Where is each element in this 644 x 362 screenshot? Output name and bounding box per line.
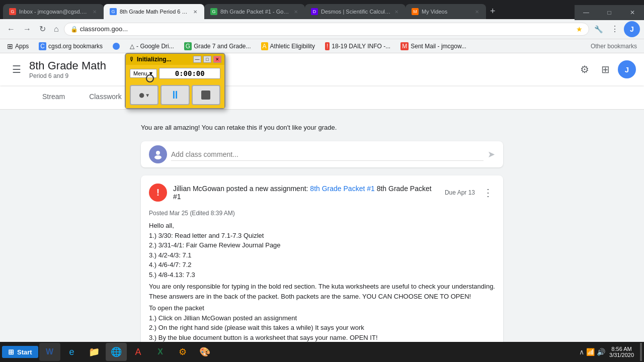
post-line-6: You are only responsible for typing in t… xyxy=(149,282,495,301)
network-icon[interactable]: 📶 xyxy=(586,348,595,356)
tab-gmail[interactable]: G Inbox - jmcgowan@cgsd.org - ✕ xyxy=(3,4,104,19)
bookmark-apps[interactable]: ⊞ Apps xyxy=(4,41,32,51)
cgsd-bm-label: cgsd.org bookmarks xyxy=(48,43,103,50)
taskbar-excel[interactable]: X xyxy=(150,343,171,361)
apps-bm-label: Apps xyxy=(15,43,29,50)
gmail-favicon: G xyxy=(9,8,16,15)
tab-desmos-title: Desmos | Scientific Calculator xyxy=(321,9,390,15)
bookmark-drive[interactable]: △ - Google Dri... xyxy=(127,42,177,51)
gc-class-title: 8th Grade Math xyxy=(29,59,106,72)
taskbar-tool2[interactable]: 🎨 xyxy=(194,343,215,361)
system-clock[interactable]: 8:56 AM 3/31/2020 xyxy=(609,346,634,358)
gc-nav: Stream Classwork People Grades xyxy=(0,85,644,110)
init-buttons-row: ● ▼ ⏸ xyxy=(126,82,224,108)
windows-logo-icon: ⊞ xyxy=(8,348,14,356)
tab-stream[interactable]: Stream xyxy=(30,85,77,109)
init-menu-dropdown[interactable]: Menu ▼ xyxy=(130,69,157,78)
gc-hamburger-button[interactable]: ☰ xyxy=(8,59,25,79)
stream-container: You are all amazing! You can retake this… xyxy=(141,122,503,362)
grade7-bm-label: Grade 7 and Grade... xyxy=(194,43,251,50)
home-button[interactable]: ⌂ xyxy=(51,22,62,37)
tab-packet[interactable]: G 8th Grade Packet #1 - Google S... ✕ xyxy=(204,4,305,19)
svg-point-1 xyxy=(154,155,162,159)
post-assignment-name[interactable]: 8th Grade Packet #1 xyxy=(310,185,374,193)
post-title: Jillian McGowan posted a new assignment:… xyxy=(173,185,439,201)
post-meta: Posted Mar 25 (Edited 8:39 AM) xyxy=(149,210,495,217)
init-minimize-button[interactable]: — xyxy=(193,56,201,63)
bookmark-sentmail[interactable]: M Sent Mail - jmcgow... xyxy=(397,41,469,51)
taskbar-ie[interactable]: e xyxy=(61,343,83,361)
minimize-window-button[interactable]: — xyxy=(575,5,598,20)
tab-packet-close[interactable]: ✕ xyxy=(293,8,299,16)
browser-window: G Inbox - jmcgowan@cgsd.org - ✕ G 8th Gr… xyxy=(0,0,644,53)
browser-actions: 🔧 ⋮ J xyxy=(591,21,640,37)
tab-classroom[interactable]: G 8th Grade Math Period 6 and 9 ✕ xyxy=(104,4,204,19)
sentmail-bm-label: Sent Mail - jmcgow... xyxy=(411,43,466,50)
tab-gmail-close[interactable]: ✕ xyxy=(92,8,98,16)
bookmark-grade7[interactable]: G Grade 7 and Grade... xyxy=(181,41,254,51)
gc-settings-button[interactable]: ⚙ xyxy=(576,59,593,79)
extensions-button[interactable]: 🔧 xyxy=(591,22,606,36)
taskbar-tool1[interactable]: ⚙ xyxy=(172,343,193,361)
cgsd-bm-icon: C xyxy=(39,42,46,50)
tab-videos[interactable]: M My Videos ✕ xyxy=(406,4,486,19)
init-record-button[interactable]: ● ▼ xyxy=(130,85,158,105)
bookmark-cgsd[interactable]: C cgsd.org bookmarks xyxy=(36,41,106,51)
taskbar-explorer[interactable]: 📁 xyxy=(84,343,105,361)
tab-desmos[interactable]: D Desmos | Scientific Calculator ✕ xyxy=(305,4,406,19)
comment-input-1[interactable] xyxy=(171,148,484,161)
maximize-window-button[interactable]: □ xyxy=(598,5,621,20)
gc-avatar[interactable]: J xyxy=(618,60,636,78)
up-arrow-icon[interactable]: ∧ xyxy=(579,348,584,356)
chrome-icon: 🌐 xyxy=(111,346,122,357)
back-button[interactable]: ← xyxy=(4,22,18,37)
init-close-button[interactable]: ✕ xyxy=(213,56,221,63)
init-pause-button[interactable]: ⏸ xyxy=(160,85,189,105)
init-stop-button[interactable] xyxy=(192,85,220,105)
volume-icon[interactable]: 🔊 xyxy=(597,348,605,356)
bookmark-daily[interactable]: ! 18-19 DAILY INFO -... xyxy=(322,41,393,51)
post-line-0: Hello all, xyxy=(149,221,495,231)
chrome-menu-button[interactable]: ⋮ xyxy=(608,21,622,37)
gc-class-subtitle: Period 6 and 9 xyxy=(29,72,106,79)
forward-button[interactable]: → xyxy=(20,22,34,37)
gc-header: ☰ 8th Grade Math Period 6 and 9 ⚙ ⊞ J xyxy=(0,53,644,85)
post-more-options[interactable]: ⋮ xyxy=(481,185,495,201)
athletic-bm-icon: A xyxy=(261,42,268,50)
reload-button[interactable]: ↻ xyxy=(36,21,49,37)
taskbar-word[interactable]: W xyxy=(39,343,60,361)
tab-gmail-title: Inbox - jmcgowan@cgsd.org - xyxy=(19,9,89,15)
address-bar[interactable]: 🔒 classroom.goo... ★ xyxy=(64,23,589,36)
gc-apps-button[interactable]: ⊞ xyxy=(597,59,614,79)
user-profile-button[interactable]: J xyxy=(624,21,640,37)
new-tab-button[interactable]: + xyxy=(486,6,500,17)
system-time: 8:56 AM xyxy=(611,346,631,352)
taskbar-acrobat[interactable]: A xyxy=(128,343,149,361)
close-window-button[interactable]: ✕ xyxy=(621,5,644,20)
send-comment-1-button[interactable]: ➤ xyxy=(488,149,495,160)
ie-icon: e xyxy=(69,347,74,357)
lock-icon: 🔒 xyxy=(70,26,78,33)
dropdown-chevron-icon: ▼ xyxy=(148,70,154,76)
amazing-text: You are all amazing! You can retake this… xyxy=(141,122,503,133)
taskbar-chrome[interactable]: 🌐 xyxy=(106,343,127,361)
post-line-4: 4.) 4/6-4/7: 7.2 xyxy=(149,260,495,270)
star-icon[interactable]: ★ xyxy=(576,25,583,33)
bookmark-athletic[interactable]: A Athletic Eligibility xyxy=(258,41,318,51)
desmos-favicon: D xyxy=(311,8,318,15)
other-bookmarks[interactable]: Other bookmarks xyxy=(588,42,640,51)
tab-desmos-close[interactable]: ✕ xyxy=(393,8,399,16)
packet-favicon: G xyxy=(210,8,217,15)
system-date: 3/31/2020 xyxy=(609,352,634,358)
post-line-9: 2.) On the right hand side (please wait … xyxy=(149,323,495,333)
tab-classroom-close[interactable]: ✕ xyxy=(192,8,198,16)
post-line-10: 3.) By the blue document button is a wor… xyxy=(149,333,495,343)
comment-area-1: ➤ xyxy=(141,141,503,167)
tab-videos-close[interactable]: ✕ xyxy=(474,8,480,16)
start-button[interactable]: ⊞ Start xyxy=(2,346,38,358)
init-maximize-button[interactable]: □ xyxy=(203,56,211,63)
classroom-favicon: G xyxy=(110,8,117,15)
show-desktop-button[interactable] xyxy=(640,343,642,361)
bookmark-chromebook[interactable] xyxy=(110,42,123,51)
videos-favicon: M xyxy=(412,8,419,15)
